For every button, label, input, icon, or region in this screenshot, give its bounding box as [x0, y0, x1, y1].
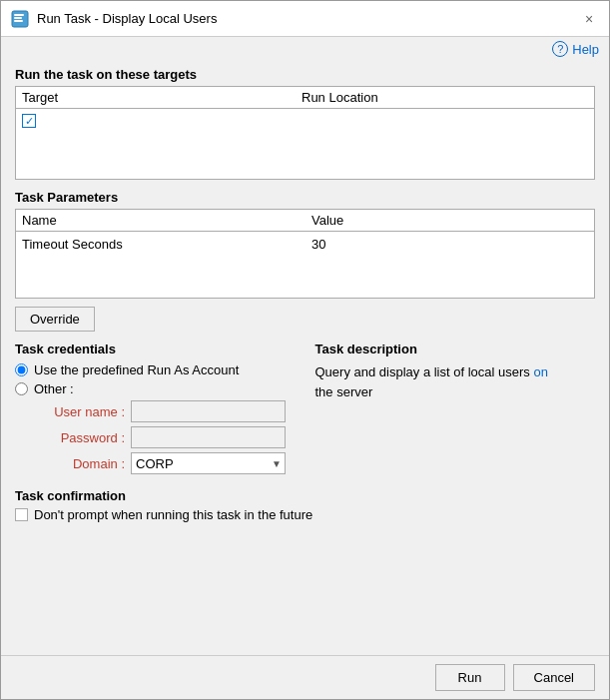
- window-title: Run Task - Display Local Users: [37, 11, 217, 26]
- description-title: Task description: [315, 342, 596, 356]
- table-row: [22, 113, 588, 129]
- username-input[interactable]: [131, 400, 286, 422]
- help-bar: ? Help: [1, 37, 609, 61]
- title-bar-left: Run Task - Display Local Users: [11, 10, 217, 28]
- override-section: Override: [15, 307, 595, 332]
- description-highlight: on: [533, 364, 547, 379]
- targets-table-header: Target Run Location: [16, 87, 594, 109]
- svg-rect-2: [14, 17, 22, 19]
- params-table: Name Value Timeout Seconds 30: [15, 209, 595, 299]
- targets-table-body: [16, 109, 594, 179]
- params-col-name: Name: [22, 213, 311, 228]
- override-button[interactable]: Override: [15, 307, 95, 332]
- task-params-section: Task Parameters Name Value Timeout Secon…: [15, 190, 595, 299]
- main-window: Run Task - Display Local Users × ? Help …: [0, 0, 610, 700]
- param-name-cell: Timeout Seconds: [22, 237, 311, 252]
- footer-buttons: Run Cancel: [1, 655, 609, 699]
- target-checkbox-cell: [22, 114, 302, 128]
- radio-predefined-label: Use the predefined Run As Account: [34, 362, 239, 377]
- table-row: Timeout Seconds 30: [22, 236, 588, 253]
- params-table-header: Name Value: [16, 210, 594, 232]
- help-circle-icon: ?: [552, 41, 568, 57]
- help-label: Help: [572, 42, 599, 57]
- target-checkbox[interactable]: [22, 114, 36, 128]
- password-label: Password :: [35, 430, 125, 445]
- password-row: Password :: [35, 426, 296, 448]
- targets-col-target: Target: [22, 90, 302, 105]
- description-text: Query and display a list of local users …: [315, 362, 596, 401]
- help-link[interactable]: ? Help: [552, 41, 599, 57]
- credential-fields: User name : Password : Domain : CORP: [35, 400, 296, 474]
- radio-other-label: Other :: [34, 381, 74, 396]
- credentials-section: Task credentials Use the predefined Run …: [15, 342, 296, 478]
- radio-other-row: Other :: [15, 381, 296, 396]
- confirmation-title: Task confirmation: [15, 488, 595, 503]
- username-row: User name :: [35, 400, 296, 422]
- params-table-body: Timeout Seconds 30: [16, 232, 594, 292]
- username-label: User name :: [35, 404, 125, 419]
- targets-col-run-location: Run Location: [302, 90, 588, 105]
- domain-select-wrapper: CORP ▼: [131, 452, 286, 474]
- domain-row: Domain : CORP ▼: [35, 452, 296, 474]
- two-col-section: Task credentials Use the predefined Run …: [15, 342, 595, 478]
- task-confirmation-section: Task confirmation Don't prompt when runn…: [15, 488, 595, 522]
- targets-section-label: Run the task on these targets: [15, 67, 595, 82]
- domain-label: Domain :: [35, 456, 125, 471]
- param-value-cell: 30: [311, 237, 588, 252]
- domain-select[interactable]: CORP: [131, 452, 286, 474]
- title-bar: Run Task - Display Local Users ×: [1, 1, 609, 37]
- run-button[interactable]: Run: [435, 664, 505, 691]
- params-col-value: Value: [311, 213, 588, 228]
- targets-table: Target Run Location: [15, 86, 595, 180]
- description-section: Task description Query and display a lis…: [315, 342, 596, 478]
- confirmation-label: Don't prompt when running this task in t…: [34, 507, 312, 522]
- credentials-title: Task credentials: [15, 342, 296, 356]
- params-section-label: Task Parameters: [15, 190, 595, 205]
- cancel-button[interactable]: Cancel: [513, 664, 595, 691]
- radio-run-as-account-row: Use the predefined Run As Account: [15, 362, 296, 377]
- password-input[interactable]: [131, 426, 286, 448]
- svg-rect-1: [14, 14, 24, 16]
- close-button[interactable]: ×: [579, 9, 599, 29]
- main-content: Run the task on these targets Target Run…: [1, 61, 609, 655]
- radio-other[interactable]: [15, 382, 28, 395]
- task-icon: [11, 10, 29, 28]
- svg-rect-3: [14, 20, 23, 22]
- confirmation-checkbox[interactable]: [15, 508, 28, 521]
- radio-predefined[interactable]: [15, 363, 28, 376]
- confirmation-row: Don't prompt when running this task in t…: [15, 507, 595, 522]
